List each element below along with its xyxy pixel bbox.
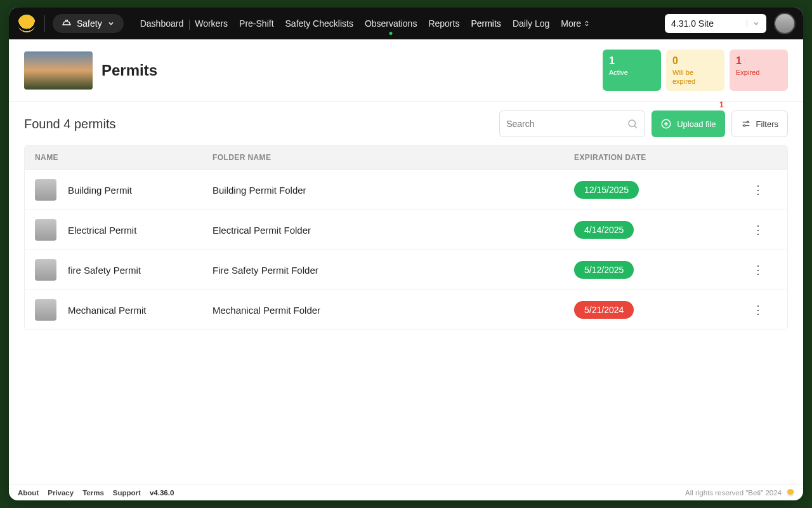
doc-thumb xyxy=(35,259,56,281)
divider xyxy=(44,15,45,32)
expiration-badge: 5/21/2024 xyxy=(574,301,634,319)
expiration-badge: 4/14/2025 xyxy=(574,221,634,239)
upload-button[interactable]: Upload file xyxy=(652,110,724,137)
status-count: 1 xyxy=(736,55,782,68)
site-select-value: 4.31.0 Site xyxy=(671,18,714,29)
permit-folder: Fire Safety Permit Folder xyxy=(213,265,574,276)
table-row[interactable]: Building PermitBuilding Permit Folder12/… xyxy=(25,170,787,210)
expiration-badge: 5/12/2025 xyxy=(574,261,634,279)
footer-rights: All rights reserved "Beti" 2024 xyxy=(685,489,782,497)
footer-version: v4.36.0 xyxy=(150,489,174,497)
hardhat-icon xyxy=(62,18,72,29)
permit-name: fire Safety Permit xyxy=(68,265,141,276)
brand-logo xyxy=(16,13,37,34)
permit-folder: Building Permit Folder xyxy=(213,185,574,196)
col-folder: FOLDER NAME xyxy=(213,153,574,162)
upload-badge: 1 xyxy=(719,100,724,109)
nav-item-dashboard[interactable]: Dashboard xyxy=(140,18,184,29)
safety-dropdown[interactable]: Safety xyxy=(53,14,124,33)
permit-name: Mechanical Permit xyxy=(68,305,146,316)
permit-name: Electrical Permit xyxy=(68,225,136,236)
top-nav: Safety DashboardWorkersPre-ShiftSafety C… xyxy=(9,8,803,39)
row-menu-button[interactable]: ⋮ xyxy=(739,223,777,237)
footer-link-privacy[interactable]: Privacy xyxy=(48,489,74,497)
nav-item-more[interactable]: More xyxy=(561,18,590,29)
svg-point-0 xyxy=(629,120,636,127)
nav-item-permits[interactable]: Permits xyxy=(471,18,501,29)
nav-item-daily-log[interactable]: Daily Log xyxy=(513,18,549,29)
search-box[interactable] xyxy=(499,110,645,137)
chevron-down-icon xyxy=(747,20,760,27)
status-card-expired[interactable]: 1 Expired xyxy=(730,50,788,91)
upload-label: Upload file xyxy=(677,119,716,129)
permit-name: Building Permit xyxy=(68,185,132,196)
page-title: Permits xyxy=(102,62,157,79)
footer-link-support[interactable]: Support xyxy=(113,489,141,497)
site-thumb xyxy=(24,51,93,90)
nav-items: DashboardWorkersPre-ShiftSafety Checklis… xyxy=(140,18,590,29)
filters-button[interactable]: Filters xyxy=(731,110,788,137)
status-count: 0 xyxy=(672,55,718,68)
footer: AboutPrivacyTermsSupport v4.36.0 All rig… xyxy=(9,485,803,500)
updown-icon xyxy=(584,20,590,27)
chevron-down-icon xyxy=(107,20,115,27)
status-card-active[interactable]: 1 Active xyxy=(603,50,661,91)
status-label: Active xyxy=(609,69,628,76)
footer-link-about[interactable]: About xyxy=(18,489,39,497)
doc-thumb xyxy=(35,179,56,201)
table-row[interactable]: Mechanical PermitMechanical Permit Folde… xyxy=(25,290,787,330)
found-text: Found 4 permits xyxy=(24,117,116,131)
indicator-dot-icon xyxy=(390,32,393,35)
status-label: Expired xyxy=(736,69,759,76)
sliders-icon xyxy=(741,119,751,129)
expiration-badge: 12/15/2025 xyxy=(574,181,639,199)
svg-point-3 xyxy=(743,125,745,127)
col-name: NAME xyxy=(35,153,213,162)
nav-item-pre-shift[interactable]: Pre-Shift xyxy=(239,18,273,29)
plus-circle-icon xyxy=(660,118,672,130)
user-avatar[interactable] xyxy=(774,13,796,34)
doc-thumb xyxy=(35,299,56,321)
filters-label: Filters xyxy=(756,119,778,129)
toolbar: Found 4 permits 1 Upload file xyxy=(9,102,803,145)
status-count: 1 xyxy=(609,55,655,68)
status-card-willexpire[interactable]: 0 Will be expired xyxy=(666,50,724,91)
page-header: Permits 1 Active 0 Will be expired 1 Exp… xyxy=(9,39,803,102)
footer-link-terms[interactable]: Terms xyxy=(82,489,104,497)
row-menu-button[interactable]: ⋮ xyxy=(739,303,777,317)
search-input[interactable] xyxy=(506,119,627,129)
site-select[interactable]: 4.31.0 Site xyxy=(665,14,766,33)
search-icon xyxy=(627,118,638,130)
permit-folder: Mechanical Permit Folder xyxy=(213,305,574,316)
safety-label: Safety xyxy=(77,18,102,29)
nav-item-observations[interactable]: Observations xyxy=(365,18,417,29)
nav-item-reports[interactable]: Reports xyxy=(428,18,459,29)
nav-item-workers[interactable]: Workers xyxy=(195,18,228,29)
brand-dot-icon xyxy=(787,489,794,497)
permits-table: NAME FOLDER NAME EXPIRATION DATE Buildin… xyxy=(24,145,788,330)
row-menu-button[interactable]: ⋮ xyxy=(739,263,777,277)
svg-point-2 xyxy=(747,121,749,123)
doc-thumb xyxy=(35,219,56,241)
table-header: NAME FOLDER NAME EXPIRATION DATE xyxy=(25,145,787,170)
table-row[interactable]: Electrical PermitElectrical Permit Folde… xyxy=(25,210,787,250)
permit-folder: Electrical Permit Folder xyxy=(213,225,574,236)
nav-item-safety-checklists[interactable]: Safety Checklists xyxy=(285,18,353,29)
col-expiration: EXPIRATION DATE xyxy=(574,153,739,162)
status-label: Will be expired xyxy=(672,69,695,85)
row-menu-button[interactable]: ⋮ xyxy=(739,183,777,197)
table-row[interactable]: fire Safety PermitFire Safety Permit Fol… xyxy=(25,250,787,290)
